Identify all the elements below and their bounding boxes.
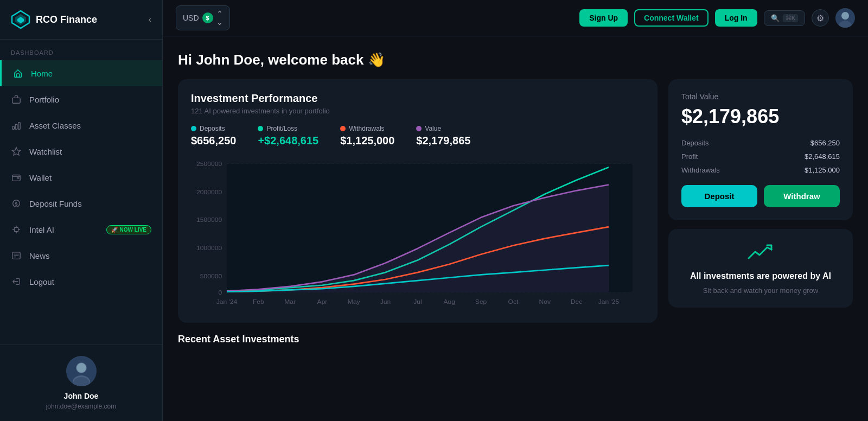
sidebar-item-intel-ai[interactable]: Intel AI 🚀 NOW LIVE	[0, 216, 162, 243]
profit-row: Profit $2,648,615	[681, 152, 840, 161]
withdrawals-legend: Withdrawals	[340, 125, 394, 132]
sidebar-item-wallet[interactable]: Wallet	[0, 164, 162, 190]
deposits-breakdown-label: Deposits	[681, 139, 709, 147]
right-panel: Total Value $2,179,865 Deposits $656,250…	[668, 79, 853, 308]
sidebar-item-logout[interactable]: Logout	[0, 269, 162, 295]
withdrawals-value: $1,125,000	[340, 135, 394, 147]
deposit-icon: $	[11, 198, 22, 209]
trending-up-icon	[748, 242, 774, 266]
svg-text:Jan '25: Jan '25	[598, 298, 620, 305]
svg-point-25	[76, 363, 86, 373]
profit-breakdown-value: $2,648,615	[805, 152, 840, 161]
sidebar-user-name: John Doe	[64, 392, 99, 400]
svg-text:Feb: Feb	[253, 298, 264, 305]
svg-text:Jun: Jun	[380, 298, 391, 305]
sidebar-user: John Doe john.doe@example.com	[0, 345, 162, 421]
svg-text:$: $	[15, 201, 17, 207]
connect-wallet-button[interactable]: Connect Wallet	[634, 9, 709, 27]
svg-text:Dec: Dec	[571, 298, 583, 305]
sidebar-logo: RCO Finance ‹	[0, 0, 162, 40]
total-value-metric: $2,179,865	[416, 135, 470, 147]
settings-button[interactable]: ⚙	[812, 9, 829, 27]
withdrawals-dot	[340, 126, 346, 131]
signup-button[interactable]: Sign Up	[579, 9, 628, 27]
deposits-label: Deposits	[200, 125, 225, 132]
deposit-button[interactable]: Deposit	[681, 185, 757, 207]
svg-text:2500000: 2500000	[196, 160, 222, 168]
sidebar-item-watchlist[interactable]: Watchlist	[0, 138, 162, 164]
portfolio-icon	[11, 94, 22, 105]
metric-profit-loss: Profit/Loss +$2,648,615	[258, 125, 318, 147]
profit-label: Profit/Loss	[266, 125, 297, 132]
user-avatar-topbar[interactable]	[835, 8, 855, 28]
watchlist-icon	[11, 146, 22, 157]
svg-text:May: May	[348, 298, 360, 305]
svg-text:Oct: Oct	[508, 298, 519, 305]
profit-dot	[258, 126, 263, 131]
investment-card-subtitle: 121 AI powered investments in your portf…	[191, 107, 644, 115]
profit-legend: Profit/Loss	[258, 125, 318, 132]
svg-rect-13	[14, 227, 18, 231]
sidebar-item-logout-label: Logout	[29, 277, 54, 286]
svg-rect-7	[18, 123, 21, 130]
recent-section-title: Recent Asset Investments	[178, 334, 853, 350]
investment-performance-card: Investment Performance 121 AI powered in…	[178, 79, 658, 323]
sidebar-item-deposit-funds[interactable]: $ Deposit Funds	[0, 190, 162, 216]
value-dot	[416, 126, 422, 131]
sidebar-item-portfolio[interactable]: Portfolio	[0, 86, 162, 112]
ai-card-title: All investments are powered by AI	[690, 271, 831, 281]
currency-selector[interactable]: USD $ ⌃⌄	[176, 5, 230, 30]
chart-svg: 2500000 2000000 1500000 1000000 500000 0	[191, 158, 644, 310]
search-button[interactable]: 🔍 ⌘K	[764, 10, 805, 26]
topbar: USD $ ⌃⌄ Sign Up Connect Wallet Log In 🔍…	[163, 0, 868, 36]
svg-point-10	[17, 177, 19, 179]
svg-text:Jul: Jul	[413, 298, 422, 305]
performance-chart: 2500000 2000000 1500000 1000000 500000 0	[191, 158, 644, 310]
sidebar-item-news[interactable]: News	[0, 243, 162, 269]
investment-card-title: Investment Performance	[191, 92, 644, 105]
svg-text:2000000: 2000000	[196, 188, 222, 196]
currency-label: USD	[183, 14, 199, 22]
svg-marker-8	[12, 148, 20, 155]
withdrawals-label: Withdrawals	[349, 125, 384, 132]
total-value-label: Total Value	[681, 92, 840, 101]
withdraw-button[interactable]: Withdraw	[764, 185, 840, 207]
asset-classes-icon	[11, 120, 22, 131]
sidebar-item-deposit-label: Deposit Funds	[29, 199, 82, 208]
deposits-value: $656,250	[191, 135, 236, 147]
sidebar-collapse-button[interactable]: ‹	[149, 15, 151, 24]
sidebar-item-intel-ai-label: Intel AI	[29, 225, 54, 234]
sidebar-item-home[interactable]: Home	[0, 60, 162, 86]
deposits-dot	[191, 126, 196, 131]
sidebar-user-avatar	[66, 356, 97, 386]
svg-point-28	[841, 12, 849, 20]
svg-text:0: 0	[218, 289, 222, 296]
search-shortcut: ⌘K	[783, 14, 798, 22]
value-label: Value	[425, 125, 441, 132]
metric-value: Value $2,179,865	[416, 125, 470, 147]
deposits-breakdown-value: $656,250	[810, 139, 840, 147]
dashboard-grid: Investment Performance 121 AI powered in…	[178, 79, 853, 323]
badge-icon: 🚀	[111, 227, 118, 233]
sidebar-item-watchlist-label: Watchlist	[29, 147, 62, 156]
sidebar-item-asset-classes[interactable]: Asset Classes	[0, 112, 162, 138]
deposits-legend: Deposits	[191, 125, 236, 132]
currency-dollar-icon: $	[202, 12, 213, 23]
svg-text:Nov: Nov	[539, 298, 551, 305]
login-button[interactable]: Log In	[715, 9, 757, 27]
svg-text:Jan '24: Jan '24	[216, 298, 238, 305]
svg-rect-6	[15, 124, 17, 129]
profit-breakdown-label: Profit	[681, 152, 698, 161]
news-icon	[11, 250, 22, 261]
metric-withdrawals: Withdrawals $1,125,000	[340, 125, 394, 147]
logout-icon	[11, 276, 22, 287]
search-icon: 🔍	[771, 14, 780, 22]
sidebar-section-label: DASHBOARD	[0, 40, 162, 60]
value-legend: Value	[416, 125, 470, 132]
sidebar-logo-text: RCO Finance	[36, 14, 97, 25]
intel-ai-icon	[11, 224, 22, 235]
home-icon	[12, 68, 23, 79]
total-value-number: $2,179,865	[681, 105, 840, 128]
sidebar-item-home-label: Home	[31, 69, 53, 78]
sidebar-item-news-label: News	[29, 251, 50, 260]
